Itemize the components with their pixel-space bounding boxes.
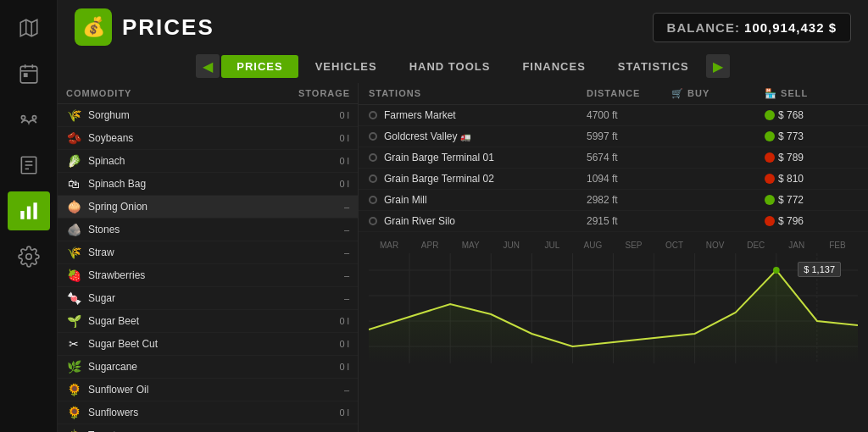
commodity-row[interactable]: 🧅 Spring Onion – (58, 196, 358, 219)
chart-container: $ 1,137 (369, 253, 858, 363)
station-row[interactable]: Grain Mill 2982 ft $ 772 (359, 190, 868, 211)
station-distance: 2982 ft (587, 194, 671, 206)
commodity-name: Sugar (88, 292, 298, 304)
station-dot (369, 132, 377, 141)
station-row[interactable]: Grain Barge Terminal 01 5674 ft $ 789 (359, 147, 868, 169)
tab-prices[interactable]: PRICES (221, 55, 298, 78)
commodity-name: Stones (88, 224, 298, 235)
commodity-storage: – (298, 224, 349, 235)
commodity-icon: 🌿 (66, 359, 81, 374)
chart-month-label: APR (409, 241, 450, 250)
stations-list: Farmers Market 4700 ft $ 768 Goldcrest V… (359, 105, 868, 232)
sidebar-item-calendar[interactable] (8, 54, 50, 93)
nav-next-button[interactable]: ▶ (706, 54, 730, 78)
tab-hand-tools[interactable]: HAND TOOLS (394, 55, 506, 78)
chart-month-label: NOV (695, 241, 736, 250)
svg-rect-2 (20, 66, 37, 83)
station-sell: $ 768 (765, 109, 858, 121)
page-title: PRICES (122, 14, 214, 41)
balance-badge: BALANCE: 100,914,432 $ (653, 13, 851, 42)
station-name: Grain Mill (384, 194, 587, 206)
chart-month-label: OCT (654, 241, 695, 250)
sell-value: $ 768 (778, 109, 804, 121)
commodity-row[interactable]: 🍅 Tomatoes – (58, 424, 358, 432)
sell-status-indicator (765, 216, 775, 226)
tab-statistics[interactable]: STATISTICS (603, 55, 704, 78)
logo-icon: 💰 (75, 8, 112, 46)
tab-finances[interactable]: FINANCES (507, 55, 600, 78)
balance-value: 100,914,432 $ (744, 20, 837, 35)
sell-status-indicator (765, 131, 775, 141)
col-commodity-header: COMMODITY (66, 88, 298, 98)
station-name: Grain Barge Terminal 01 (384, 152, 587, 163)
chart-month-label: DEC (736, 241, 776, 250)
sidebar-item-stats[interactable] (8, 191, 50, 230)
chart-month-label: JAN (776, 241, 817, 250)
commodity-icon: 🥬 (66, 153, 81, 169)
commodity-row[interactable]: 🌻 Sunflower Oil – (58, 379, 358, 402)
commodity-name: Sunflower Oil (88, 384, 298, 396)
sidebar-item-settings[interactable] (8, 237, 50, 276)
commodity-icon: 🍅 (66, 428, 81, 432)
chart-months: MARAPRMAYJUNJULAUGSEPOCTNOVDECJANFEB (369, 241, 858, 250)
station-distance: 5997 ft (587, 130, 671, 142)
commodity-storage: 0 l (298, 316, 349, 326)
sell-status-indicator (765, 195, 775, 205)
station-row[interactable]: Grain River Silo 2915 ft $ 796 (359, 211, 868, 232)
commodity-row[interactable]: ✂ Sugar Beet Cut 0 l (58, 333, 358, 356)
commodity-row[interactable]: 🌾 Sorghum 0 l (58, 104, 358, 127)
commodity-row[interactable]: 🥬 Spinach 0 l (58, 150, 358, 173)
commodity-row[interactable]: 🛍 Spinach Bag 0 l (58, 173, 358, 196)
station-sell: $ 789 (765, 152, 858, 163)
commodity-storage: – (298, 385, 349, 395)
commodity-storage: 0 l (298, 133, 349, 143)
commodity-row[interactable]: 🍓 Strawberries – (58, 264, 358, 287)
chart-month-label: FEB (817, 241, 858, 250)
commodity-row[interactable]: 🫘 Soybeans 0 l (58, 127, 358, 150)
nav-prev-button[interactable]: ◀ (196, 54, 220, 78)
sidebar-item-animals[interactable] (8, 100, 50, 139)
commodity-icon: 🫘 (66, 130, 81, 146)
tab-vehicles[interactable]: VEHICLES (300, 55, 392, 78)
commodity-icon: 🛍 (66, 176, 81, 191)
commodity-row[interactable]: 🪨 Stones – (58, 219, 358, 241)
commodity-icon: 🪨 (66, 222, 81, 237)
commodity-list[interactable]: 🌾 Sorghum 0 l 🫘 Soybeans 0 l 🥬 Spinach 0… (58, 104, 358, 432)
commodity-icon: 🌱 (66, 313, 81, 329)
commodity-name: Sorghum (88, 109, 298, 121)
col-distance-header: DISTANCE (587, 88, 671, 99)
commodity-row[interactable]: 🌿 Sugarcane 0 l (58, 356, 358, 379)
commodity-name: Sunflowers (88, 407, 298, 418)
commodity-storage: 0 l (298, 339, 349, 349)
commodity-row[interactable]: 🌾 Straw – (58, 241, 358, 264)
station-dot (369, 174, 377, 183)
sell-value: $ 773 (778, 130, 804, 142)
chart-month-label: AUG (572, 241, 613, 250)
commodity-storage: 0 l (298, 156, 349, 166)
sidebar-item-map[interactable] (8, 8, 50, 47)
commodity-icon: 🍓 (66, 268, 81, 283)
station-row[interactable]: Goldcrest Valley 🚛 5997 ft $ 773 (359, 126, 868, 147)
chart-svg (369, 253, 858, 363)
commodity-row[interactable]: 🌱 Sugar Beet 0 l (58, 310, 358, 333)
station-row[interactable]: Farmers Market 4700 ft $ 768 (359, 105, 868, 126)
sell-value: $ 810 (778, 173, 804, 185)
svg-rect-14 (26, 207, 30, 219)
balance-label: BALANCE: (667, 20, 740, 35)
col-stations-header: STATIONS (369, 88, 587, 99)
commodity-icon: 🍬 (66, 291, 81, 306)
station-sell: $ 810 (765, 173, 858, 185)
commodity-storage: – (298, 247, 349, 258)
commodity-row[interactable]: 🌻 Sunflowers 0 l (58, 402, 358, 424)
commodity-name: Spring Onion (88, 201, 298, 213)
sidebar-item-documents[interactable] (8, 146, 50, 185)
commodity-storage: 0 l (298, 362, 349, 372)
station-sell: $ 773 (765, 130, 858, 142)
svg-rect-15 (33, 202, 36, 219)
commodity-table-header: COMMODITY STORAGE (58, 83, 358, 104)
chart-month-label: JUL (531, 241, 572, 250)
commodity-row[interactable]: 🍬 Sugar – (58, 287, 358, 310)
station-distance: 2915 ft (587, 215, 671, 227)
station-dot (369, 217, 377, 225)
station-row[interactable]: Grain Barge Terminal 02 1094 ft $ 810 (359, 169, 868, 190)
